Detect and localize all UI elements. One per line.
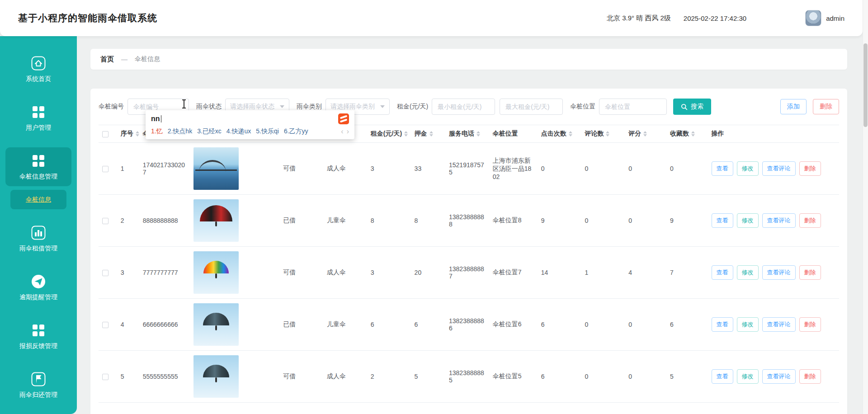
bar-chart-icon [31,225,46,240]
sidebar-item-label: 用户管理 [26,124,51,132]
cell-status: 已借 [279,299,323,351]
view-button[interactable]: 查看 [712,213,733,228]
rent-max-input[interactable] [500,99,563,115]
column-header-label: 租金(元/天) [371,130,402,137]
view-button[interactable]: 查看 [712,161,733,176]
cell-location: 伞桩位置7 [489,247,538,299]
row-checkbox[interactable] [102,166,108,172]
cell-deposit: 5 [411,351,445,403]
avatar[interactable] [805,10,821,26]
sidebar-subitem-pile-info[interactable]: 伞桩信息 [10,190,66,209]
ime-prev-page-icon[interactable]: ‹ [341,128,343,135]
add-button[interactable]: 添加 [780,99,807,114]
delete-row-button[interactable]: 删除 [799,369,821,384]
ibeam-cursor [184,100,184,108]
top-header: 基于小程序的智能雨伞借取系统 北京 3.9° 晴 西风 2级 2025-02-2… [0,0,863,36]
column-header-label: 操作 [712,130,724,137]
ime-candidate[interactable]: 6.乙方yy [284,127,308,136]
sort-carets-icon[interactable] [136,131,139,136]
cell-status: 可借 [279,247,323,299]
pile-photo[interactable] [193,251,239,294]
sidebar-item-pile-info-management[interactable]: 伞桩信息管理 [5,147,71,186]
row-checkbox[interactable] [102,374,108,380]
column-header[interactable]: 押金 [411,125,445,143]
cell-category: 成人伞 [323,351,367,403]
view-button[interactable]: 查看 [712,265,733,280]
sort-carets-icon[interactable] [691,131,695,136]
view-button[interactable]: 查看 [712,317,733,332]
scrollbar-track[interactable] [863,0,868,414]
breadcrumb-home[interactable]: 首页 [100,55,114,64]
column-header[interactable]: 租金(元/天) [367,125,411,143]
row-checkbox[interactable] [102,270,108,276]
edit-button[interactable]: 修改 [737,317,759,332]
view-comments-button[interactable]: 查看评论 [762,161,796,176]
ime-candidate[interactable]: 4.快递ux [226,127,251,136]
pile-photo[interactable] [193,303,239,346]
sidebar-item-user-management[interactable]: 用户管理 [5,99,71,137]
cell-comments: 1 [581,247,625,299]
pile-photo[interactable] [193,147,239,190]
cell-clicks: 6 [538,299,581,351]
view-comments-button[interactable]: 查看评论 [762,317,796,332]
app-title: 基于小程序的智能雨伞借取系统 [18,12,157,24]
cell-rent: 3 [367,143,411,195]
column-header[interactable]: 服务电话 [445,125,489,143]
column-header[interactable]: 收藏数 [666,125,708,143]
view-button[interactable]: 查看 [712,369,733,384]
delete-row-button[interactable]: 删除 [799,161,821,176]
pile-location-input[interactable] [599,99,667,115]
row-checkbox-cell [99,247,117,299]
chevron-down-icon [380,105,385,108]
row-checkbox[interactable] [102,218,108,224]
row-checkbox[interactable] [102,322,108,328]
sidebar-item-system-home[interactable]: 系统首页 [5,50,71,89]
view-comments-button[interactable]: 查看评论 [762,369,796,384]
sidebar-item-overdue-reminder[interactable]: 逾期提醒管理 [5,268,71,307]
column-header[interactable]: 评论数 [581,125,625,143]
edit-button[interactable]: 修改 [737,265,759,280]
cell-rent: 2 [367,351,411,403]
cell-favorites: 7 [666,247,708,299]
cell-index: 2 [117,195,139,247]
sidebar-item-damage-feedback[interactable]: 报损反馈管理 [5,317,71,356]
sort-carets-icon[interactable] [404,131,408,136]
column-header[interactable]: 点击次数 [538,125,581,143]
username[interactable]: admin [826,14,844,22]
select-all-checkbox[interactable] [102,131,108,137]
ime-candidate[interactable]: 1.忆 [151,127,163,136]
delete-row-button[interactable]: 删除 [799,265,821,280]
ime-candidate[interactable]: 5.快乐qi [256,127,279,136]
sort-carets-icon[interactable] [569,131,572,136]
edit-button[interactable]: 修改 [737,213,759,228]
ime-next-page-icon[interactable]: › [347,128,349,135]
sidebar: 系统首页 用户管理 伞桩信息管理 伞桩信息 雨伞租借管理 [0,36,77,414]
sidebar-item-umbrella-return[interactable]: 雨伞归还管理 [5,366,71,405]
column-header-label: 评论数 [585,130,604,137]
delete-row-button[interactable]: 删除 [799,317,821,332]
ime-composition-text: nn [151,115,160,123]
column-header[interactable]: 序号 [117,125,139,143]
pile-photo[interactable] [193,355,239,398]
ime-candidate[interactable]: 3.已经xc [197,127,222,136]
rent-min-input[interactable] [432,99,495,115]
sort-carets-icon[interactable] [429,131,433,136]
sort-carets-icon[interactable] [606,131,609,136]
cell-clicks: 6 [538,351,581,403]
sogou-input-icon[interactable] [338,113,349,124]
column-header[interactable]: 评分 [625,125,666,143]
sort-carets-icon[interactable] [476,131,480,136]
delete-button[interactable]: 删除 [813,99,839,114]
ime-candidate[interactable]: 2.快点hk [168,127,192,136]
scrollbar-thumb[interactable] [863,43,868,127]
sidebar-item-rental-management[interactable]: 雨伞租借管理 [5,219,71,258]
delete-row-button[interactable]: 删除 [799,213,821,228]
sort-carets-icon[interactable] [643,131,647,136]
edit-button[interactable]: 修改 [737,369,759,384]
search-button[interactable]: 搜索 [673,99,711,115]
cell-deposit: 33 [411,143,445,195]
view-comments-button[interactable]: 查看评论 [762,265,796,280]
pile-photo[interactable] [193,199,239,242]
view-comments-button[interactable]: 查看评论 [762,213,796,228]
edit-button[interactable]: 修改 [737,161,759,176]
